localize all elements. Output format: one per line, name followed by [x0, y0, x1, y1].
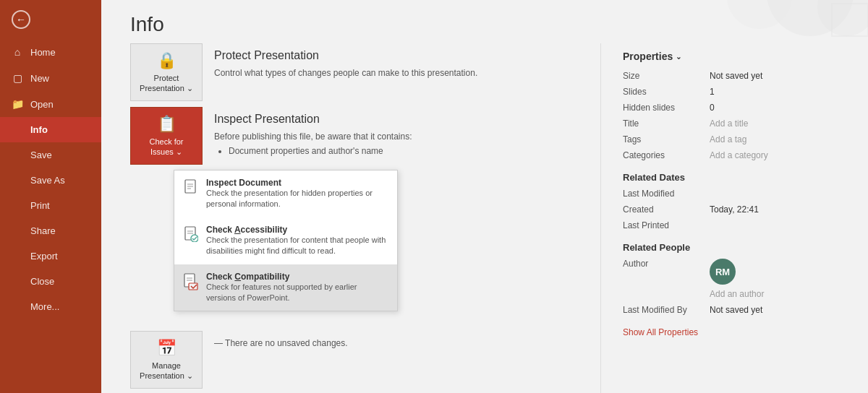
prop-title-value[interactable]: Add a title — [710, 118, 748, 129]
sidebar-item-info[interactable]: Info — [0, 117, 101, 142]
prop-title-label: Title — [623, 118, 710, 129]
prop-created-row: Created Today, 22:41 — [623, 204, 846, 215]
prop-author-label: Author — [623, 259, 710, 299]
prop-size-value: Not saved yet — [710, 71, 762, 81]
author-avatar: RM — [710, 259, 736, 285]
prop-slides-row: Slides 1 — [623, 87, 846, 97]
manage-presentation-button[interactable]: 📅 ManagePresentation ⌄ — [130, 331, 203, 389]
check-issues-label: Check forIssues ⌄ — [149, 137, 183, 157]
sidebar-item-home[interactable]: ⌂ Home — [0, 39, 101, 65]
prop-hidden-slides-label: Hidden slides — [623, 103, 710, 113]
lock-icon: 🔒 — [157, 51, 176, 70]
back-circle-icon: ← — [12, 10, 30, 29]
sidebar-item-save-as[interactable]: Save As — [0, 168, 101, 193]
properties-caret-icon: ⌄ — [676, 53, 681, 61]
new-icon: ▢ — [12, 72, 23, 84]
prop-last-modified-label: Last Modified — [623, 189, 710, 199]
author-info: RM Add an author — [710, 259, 764, 299]
sidebar-item-export[interactable]: Export — [0, 243, 101, 269]
check-compatibility-desc: Check for features not supported by earl… — [206, 282, 388, 304]
prop-slides-value: 1 — [710, 87, 715, 97]
header-decoration — [579, 0, 868, 43]
show-all-properties-link[interactable]: Show All Properties — [623, 327, 698, 337]
prop-categories-row: Categories Add a category — [623, 150, 846, 160]
protect-description: Control what types of changes people can… — [214, 66, 560, 79]
manage-button-label: ManagePresentation ⌄ — [140, 360, 193, 381]
inspect-document-desc: Check the presentation for hidden proper… — [206, 188, 388, 210]
compatibility-icon — [183, 273, 199, 294]
check-accessibility-title: Check Accessibility — [206, 225, 388, 235]
prop-hidden-slides-row: Hidden slides 0 — [623, 103, 846, 113]
prop-size-row: Size Not saved yet — [623, 71, 846, 81]
prop-created-label: Created — [623, 204, 710, 215]
prop-created-value: Today, 22:41 — [710, 204, 759, 215]
inspect-presentation-card: 📋 Check forIssues ⌄ Inspect Presentation… — [130, 107, 571, 165]
protect-presentation-text: Protect Presentation Control what types … — [203, 43, 571, 85]
prop-last-modified-by-value: Not saved yet — [710, 305, 762, 315]
check-accessibility-desc: Check the presentation for content that … — [206, 235, 388, 257]
sidebar-item-more[interactable]: More... — [0, 294, 101, 319]
inspect-icon: 📋 — [157, 115, 176, 134]
related-people-title: Related People — [623, 242, 846, 253]
protect-button-label: ProtectPresentation ⌄ — [140, 73, 193, 94]
sidebar-item-new[interactable]: ▢ New — [0, 65, 101, 91]
manage-presentation-card: 📅 ManagePresentation ⌄ — There are no un… — [130, 331, 571, 389]
prop-title-row: Title Add a title — [623, 118, 846, 129]
main-content: Info 🔒 ProtectPresentation ⌄ Protect Pre… — [101, 0, 868, 393]
related-dates-title: Related Dates — [623, 172, 846, 183]
check-accessibility-item[interactable]: Check Accessibility Check the presentati… — [174, 217, 397, 264]
inspect-presentation-text: Inspect Presentation Before publishing t… — [203, 107, 571, 162]
manage-presentation-text: — There are no unsaved changes. — [203, 331, 571, 355]
check-for-issues-button[interactable]: 📋 Check forIssues ⌄ — [130, 107, 203, 165]
left-panel: 🔒 ProtectPresentation ⌄ Protect Presenta… — [101, 43, 600, 393]
prop-last-modified-by-label: Last Modified By — [623, 305, 710, 315]
check-compatibility-item[interactable]: Check Compatibility Check for features n… — [174, 264, 397, 311]
prop-author-row: Author RM Add an author — [623, 259, 846, 299]
sidebar-item-open[interactable]: 📁 Open — [0, 91, 101, 117]
prop-last-modified-by-row: Last Modified By Not saved yet — [623, 305, 846, 315]
check-compatibility-title: Check Compatibility — [206, 272, 388, 282]
prop-slides-label: Slides — [623, 87, 710, 97]
prop-last-modified-row: Last Modified — [623, 189, 846, 199]
check-issues-dropdown: Inspect Document Check the presentation … — [174, 170, 398, 311]
properties-title: Properties — [623, 51, 673, 62]
sidebar-item-share[interactable]: Share — [0, 218, 101, 243]
protect-presentation-card: 🔒 ProtectPresentation ⌄ Protect Presenta… — [130, 43, 571, 101]
back-button[interactable]: ← — [0, 0, 101, 39]
protect-title: Protect Presentation — [214, 49, 560, 62]
prop-tags-label: Tags — [623, 134, 710, 144]
prop-last-printed-row: Last Printed — [623, 220, 846, 230]
prop-hidden-slides-value: 0 — [710, 103, 715, 113]
sidebar: ← ⌂ Home ▢ New 📁 Open Info Save Save As … — [0, 0, 101, 393]
prop-tags-value[interactable]: Add a tag — [710, 134, 746, 144]
open-icon: 📁 — [12, 98, 23, 110]
properties-header[interactable]: Properties ⌄ — [623, 51, 846, 62]
inspect-bullet-1: Document properties and author's name — [229, 146, 560, 156]
sidebar-item-print[interactable]: Print — [0, 193, 101, 218]
manage-icon: 📅 — [157, 339, 176, 358]
sidebar-item-close[interactable]: Close — [0, 269, 101, 294]
accessibility-icon — [183, 226, 199, 246]
protect-presentation-button[interactable]: 🔒 ProtectPresentation ⌄ — [130, 43, 203, 101]
inspect-title: Inspect Presentation — [214, 113, 560, 126]
inspect-description: Before publishing this file, be aware th… — [214, 130, 560, 143]
add-author-link[interactable]: Add an author — [710, 289, 764, 299]
check-accessibility-text: Check Accessibility Check the presentati… — [206, 225, 388, 257]
prop-last-printed-label: Last Printed — [623, 220, 710, 230]
home-icon: ⌂ — [12, 46, 23, 58]
manage-description: — There are no unsaved changes. — [214, 337, 560, 350]
content-area: 🔒 ProtectPresentation ⌄ Protect Presenta… — [101, 43, 868, 393]
sidebar-item-save[interactable]: Save — [0, 142, 101, 168]
inspect-document-item[interactable]: Inspect Document Check the presentation … — [174, 170, 397, 217]
prop-size-label: Size — [623, 71, 710, 81]
inspect-document-text: Inspect Document Check the presentation … — [206, 178, 388, 210]
inspect-doc-icon — [183, 179, 199, 199]
prop-categories-value[interactable]: Add a category — [710, 150, 768, 160]
inspect-document-title: Inspect Document — [206, 178, 388, 188]
prop-tags-row: Tags Add a tag — [623, 134, 846, 144]
prop-categories-label: Categories — [623, 150, 710, 160]
check-compatibility-text: Check Compatibility Check for features n… — [206, 272, 388, 304]
right-panel: Properties ⌄ Size Not saved yet Slides 1… — [600, 43, 868, 393]
